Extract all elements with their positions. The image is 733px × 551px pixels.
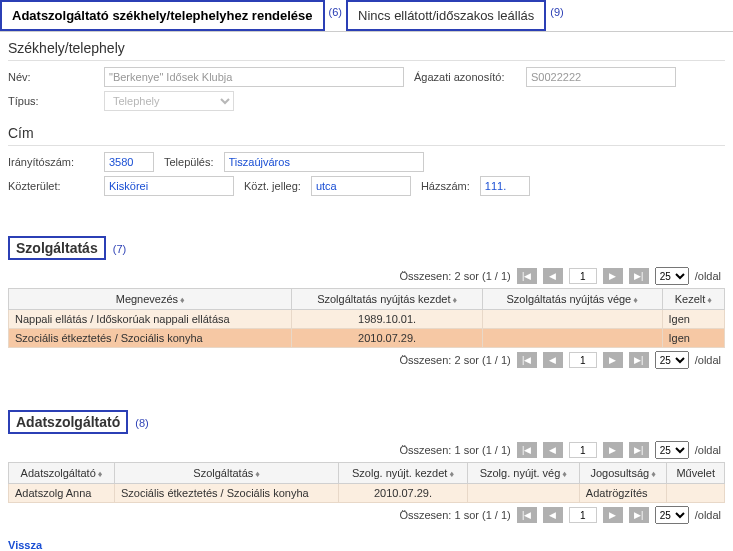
pager-prev-icon[interactable]: ◀ xyxy=(543,442,563,458)
pager-last-icon[interactable]: ▶| xyxy=(629,507,649,523)
col-muvelet: Művelet xyxy=(667,463,725,484)
tab-assign-provider[interactable]: Adatszolgáltató székhely/telephelyhez re… xyxy=(0,0,325,31)
pager-provider-bottom: Összesen: 1 sor (1 / 1) |◀ ◀ ▶ ▶| 25 /ol… xyxy=(8,503,725,527)
pager-first-icon[interactable]: |◀ xyxy=(517,352,537,368)
cell-muvelet[interactable] xyxy=(667,484,725,503)
field-street-type[interactable] xyxy=(311,176,411,196)
col-kezdet[interactable]: Szolgáltatás nyújtás kezdet♦ xyxy=(292,289,482,310)
pager-size-select[interactable]: 25 xyxy=(655,267,689,285)
col-jogosultsag[interactable]: Jogosultság♦ xyxy=(579,463,667,484)
pager-service-bottom: Összesen: 2 sor (1 / 1) |◀ ◀ ▶ ▶| 25 /ol… xyxy=(8,348,725,372)
label-zip: Irányítószám: xyxy=(8,156,98,168)
field-type: Telephely xyxy=(104,91,234,111)
pager-suffix: /oldal xyxy=(695,354,721,366)
cell-kezdet: 1989.10.01. xyxy=(292,310,482,329)
pager-summary: Összesen: 2 sor (1 / 1) xyxy=(399,270,510,282)
sort-icon: ♦ xyxy=(253,469,260,479)
pager-next-icon[interactable]: ▶ xyxy=(603,268,623,284)
label-street-type: Közt. jelleg: xyxy=(240,180,305,192)
table-row[interactable]: Szociális étkeztetés / Szociális konyha … xyxy=(9,329,725,348)
pager-size-select[interactable]: 25 xyxy=(655,506,689,524)
pager-next-icon[interactable]: ▶ xyxy=(603,442,623,458)
pager-page-input[interactable] xyxy=(569,507,597,523)
cell-kezdet: 2010.07.29. xyxy=(339,484,468,503)
pager-page-input[interactable] xyxy=(569,352,597,368)
cell-megnevezes: Szociális étkeztetés / Szociális konyha xyxy=(9,329,292,348)
sort-icon: ♦ xyxy=(705,295,712,305)
cell-adatszolg: Adatszolg Anna xyxy=(9,484,115,503)
annot-9: (9) xyxy=(546,0,567,31)
table-row[interactable]: Nappali ellátás / Időskorúak nappali ell… xyxy=(9,310,725,329)
sort-icon: ♦ xyxy=(178,295,185,305)
pager-first-icon[interactable]: |◀ xyxy=(517,442,537,458)
label-house-no: Házszám: xyxy=(417,180,474,192)
pager-size-select[interactable]: 25 xyxy=(655,441,689,459)
sort-icon: ♦ xyxy=(447,469,454,479)
sort-icon: ♦ xyxy=(631,295,638,305)
cell-vege xyxy=(467,484,579,503)
section-title-service: Szolgáltatás xyxy=(8,236,106,260)
section-title-site: Székhely/telephely xyxy=(8,36,725,61)
pager-next-icon[interactable]: ▶ xyxy=(603,352,623,368)
field-house-no[interactable] xyxy=(480,176,530,196)
tab-no-client-downtime[interactable]: Nincs ellátott/időszakos leállás xyxy=(346,0,546,31)
pager-size-select[interactable]: 25 xyxy=(655,351,689,369)
pager-provider-top: Összesen: 1 sor (1 / 1) |◀ ◀ ▶ ▶| 25 /ol… xyxy=(8,438,725,462)
pager-page-input[interactable] xyxy=(569,442,597,458)
cell-kezdet: 2010.07.29. xyxy=(292,329,482,348)
cell-kezelt: Igen xyxy=(662,329,724,348)
back-link[interactable]: Vissza xyxy=(0,531,50,551)
table-row[interactable]: Adatszolg Anna Szociális étkeztetés / Sz… xyxy=(9,484,725,503)
pager-prev-icon[interactable]: ◀ xyxy=(543,507,563,523)
col-szolg[interactable]: Szolgáltatás♦ xyxy=(114,463,338,484)
pager-first-icon[interactable]: |◀ xyxy=(517,507,537,523)
sort-icon: ♦ xyxy=(649,469,656,479)
pager-summary: Összesen: 1 sor (1 / 1) xyxy=(399,444,510,456)
pager-last-icon[interactable]: ▶| xyxy=(629,352,649,368)
col-kezdet[interactable]: Szolg. nyújt. kezdet♦ xyxy=(339,463,468,484)
field-zip[interactable] xyxy=(104,152,154,172)
col-vege[interactable]: Szolg. nyújt. vég♦ xyxy=(467,463,579,484)
col-vege[interactable]: Szolgáltatás nyújtás vége♦ xyxy=(482,289,662,310)
field-street[interactable] xyxy=(104,176,234,196)
pager-next-icon[interactable]: ▶ xyxy=(603,507,623,523)
sort-icon: ♦ xyxy=(450,295,457,305)
annot-7: (7) xyxy=(109,237,130,261)
label-street: Közterület: xyxy=(8,180,98,192)
pager-last-icon[interactable]: ▶| xyxy=(629,442,649,458)
tab-bar: Adatszolgáltató székhely/telephelyhez re… xyxy=(0,0,733,32)
cell-kezelt: Igen xyxy=(662,310,724,329)
label-sector-id: Ágazati azonosító: xyxy=(410,71,520,83)
pager-summary: Összesen: 1 sor (1 / 1) xyxy=(399,509,510,521)
pager-page-input[interactable] xyxy=(569,268,597,284)
col-adatszolg[interactable]: Adatszolgáltató♦ xyxy=(9,463,115,484)
annot-8: (8) xyxy=(131,411,152,435)
sort-icon: ♦ xyxy=(560,469,567,479)
label-city: Település: xyxy=(160,156,218,168)
label-type: Típus: xyxy=(8,95,98,107)
pager-suffix: /oldal xyxy=(695,509,721,521)
cell-jogosultsag: Adatrögzítés xyxy=(579,484,667,503)
pager-summary: Összesen: 2 sor (1 / 1) xyxy=(399,354,510,366)
pager-first-icon[interactable]: |◀ xyxy=(517,268,537,284)
pager-suffix: /oldal xyxy=(695,270,721,282)
annot-6: (6) xyxy=(325,0,346,31)
section-title-provider: Adatszolgáltató xyxy=(8,410,128,434)
pager-last-icon[interactable]: ▶| xyxy=(629,268,649,284)
field-city[interactable] xyxy=(224,152,424,172)
section-site: Székhely/telephely Név: Ágazati azonosít… xyxy=(0,32,733,117)
pager-suffix: /oldal xyxy=(695,444,721,456)
col-kezelt[interactable]: Kezelt♦ xyxy=(662,289,724,310)
cell-vege xyxy=(482,329,662,348)
cell-vege xyxy=(482,310,662,329)
pager-prev-icon[interactable]: ◀ xyxy=(543,268,563,284)
pager-prev-icon[interactable]: ◀ xyxy=(543,352,563,368)
pager-service-top: Összesen: 2 sor (1 / 1) |◀ ◀ ▶ ▶| 25 /ol… xyxy=(8,264,725,288)
sort-icon: ♦ xyxy=(96,469,103,479)
section-title-address: Cím xyxy=(8,121,725,146)
table-provider: Adatszolgáltató♦ Szolgáltatás♦ Szolg. ny… xyxy=(8,462,725,503)
label-name: Név: xyxy=(8,71,98,83)
col-megnevezes[interactable]: Megnevezés♦ xyxy=(9,289,292,310)
cell-megnevezes: Nappali ellátás / Időskorúak nappali ell… xyxy=(9,310,292,329)
field-name xyxy=(104,67,404,87)
